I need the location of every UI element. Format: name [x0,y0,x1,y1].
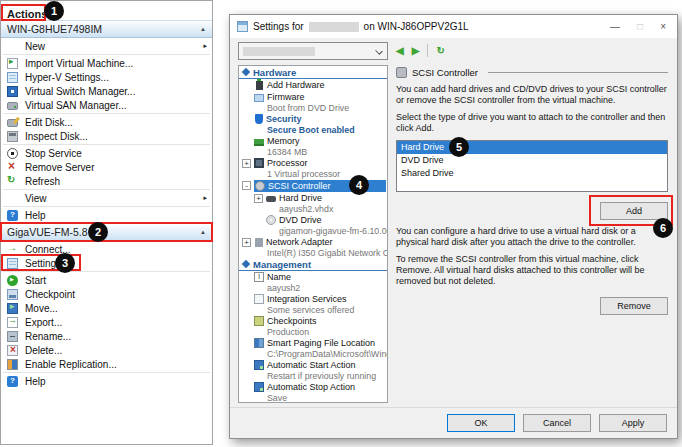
list-item-hard-drive[interactable]: Hard Drive [397,141,667,154]
expander-icon[interactable]: + [242,159,251,168]
menu-item-refresh[interactable]: Refresh [1,174,212,188]
vm-selector-dropdown[interactable] [238,42,388,60]
blank-icon [7,41,18,52]
menu-item-start[interactable]: Start [1,273,212,287]
management-section-header[interactable]: Management [239,258,387,271]
tree-item-firmware[interactable]: Firmware [239,91,387,103]
toolbar-divider [427,44,428,57]
menu-item-view[interactable]: View ▸ [1,191,212,205]
dialog-body: Hardware Add Hardware Firmware Boot from… [230,63,677,407]
virtual-san-icon [7,102,18,110]
add-button-row: Add 6 [396,202,668,220]
menu-item-help[interactable]: Help [1,208,212,222]
remove-server-icon [7,162,18,173]
cancel-button[interactable]: Cancel [523,414,591,432]
menu-item-connect[interactable]: Connect... [1,242,212,256]
list-item-dvd-drive[interactable]: DVD Drive [397,154,667,167]
menu-item-delete[interactable]: Delete... [1,343,212,357]
tree-item-checkpoints[interactable]: Checkpoints [239,315,387,327]
menu-item-new[interactable]: New ▸ [1,39,212,53]
refresh-button[interactable]: ↻ [436,45,444,56]
window-controls: — □ × [610,21,670,32]
tree-item-integration-services[interactable]: Integration Services [239,293,387,305]
help-icon [7,210,18,221]
menu-item-stop-service[interactable]: Stop Service [1,146,212,160]
host-section-header[interactable]: WIN-G8HUE7498IM ▲ [1,20,212,38]
navigate-forward-button[interactable]: ▶ [412,45,420,56]
redacted-dropdown-value [243,47,315,56]
ok-button[interactable]: OK [447,414,515,432]
menu-item-checkpoint[interactable]: Checkpoint [1,287,212,301]
expander-icon[interactable]: + [254,194,263,203]
tree-item-network-adapter[interactable]: + Network Adapter [239,236,387,248]
tree-item-name[interactable]: Name [239,271,387,283]
screen: Actions 1 WIN-G8HUE7498IM ▲ New ▸ Import… [0,0,682,447]
tree-item-automatic-stop[interactable]: Automatic Stop Action [239,381,387,393]
tree-item-hard-drive[interactable]: + Hard Drive [251,192,387,204]
groupbox-line [488,72,668,73]
maximize-button[interactable]: □ [637,21,643,32]
expander-icon[interactable]: + [242,238,251,247]
minimize-button[interactable]: — [610,21,620,32]
tree-item-dvd-drive[interactable]: DVD Drive [251,214,387,226]
security-shield-icon [255,114,263,124]
scsi-controller-panel: SCSI Controller You can add hard drives … [396,67,668,315]
tree-item-processor[interactable]: + Processor [239,157,387,169]
settings-tree: Hardware Add Hardware Firmware Boot from… [238,65,388,403]
menu-item-help-vm[interactable]: Help [1,374,212,388]
navigate-back-button[interactable]: ◀ [396,45,404,56]
menu-item-virtual-san-manager[interactable]: Virtual SAN Manager... [1,98,212,112]
apply-button[interactable]: Apply [599,414,667,432]
expander-icon[interactable]: - [242,181,251,190]
collapse-arrow-icon[interactable]: ▲ [200,26,206,32]
menu-item-export[interactable]: Export... [1,315,212,329]
tree-item-add-hardware[interactable]: Add Hardware [239,79,387,91]
menu-separator [3,189,210,190]
list-item-shared-drive[interactable]: Shared Drive [397,167,667,180]
vm-section-header[interactable]: GigaVUE-FM-5.8 ▲ 2 [1,223,212,241]
help-icon [7,376,18,387]
menu-item-import-virtual-machine[interactable]: Import Virtual Machine... [1,56,212,70]
tree-item-sub: Boot from DVD Drive [239,103,387,113]
edit-disk-icon [7,119,18,127]
configure-note-text: You can configure a hard drive to use a … [396,226,668,248]
collapse-section-icon [242,260,250,268]
tree-item-sub: 16384 MB [239,147,387,157]
collapse-arrow-icon[interactable]: ▲ [200,229,206,235]
menu-item-hyperv-settings[interactable]: Hyper-V Settings... [1,70,212,84]
close-button[interactable]: × [660,21,666,32]
menu-item-virtual-switch-manager[interactable]: Virtual Switch Manager... [1,84,212,98]
tree-item-security[interactable]: Security [239,113,387,125]
automatic-stop-icon [254,382,264,392]
drive-type-listbox[interactable]: Hard Drive DVD Drive Shared Drive 5 [396,140,668,192]
menu-item-move[interactable]: Move... [1,301,212,315]
menu-item-settings[interactable]: Settings... 3 [1,256,212,270]
tree-item-scsi-controller[interactable]: - SCSI Controller 4 [239,179,387,192]
host-actions-menu: New ▸ Import Virtual Machine... Hyper-V … [1,38,212,223]
submenu-arrow-icon: ▸ [203,42,207,50]
tree-item-sub: aayush2.vhdx [239,204,387,214]
selected-tree-row[interactable]: SCSI Controller 4 [254,180,386,192]
integration-services-icon [254,294,264,304]
menu-item-rename[interactable]: Rename... [1,329,212,343]
dialog-titlebar[interactable]: Settings for on WIN-J86OPPV2G1L — □ × [230,15,677,38]
menu-item-remove-server[interactable]: Remove Server [1,160,212,174]
tree-item-memory[interactable]: Memory [239,135,387,147]
menu-item-enable-replication[interactable]: Enable Replication... [1,357,212,371]
hardware-section-header[interactable]: Hardware [239,66,387,79]
tree-item-smart-paging[interactable]: Smart Paging File Location [239,337,387,349]
tree-item-sub: Production [239,327,387,337]
remove-button[interactable]: Remove [600,297,668,315]
checkpoints-icon [254,316,264,326]
hard-drive-icon [266,196,276,202]
replication-icon [7,359,18,370]
menu-item-inspect-disk[interactable]: Inspect Disk... [1,129,212,143]
tree-item-automatic-start[interactable]: Automatic Start Action [239,359,387,371]
menu-item-edit-disk[interactable]: Edit Disk... [1,115,212,129]
add-button[interactable]: Add [600,202,668,220]
remove-note-text: To remove the SCSI controller from this … [396,254,668,287]
callout-5: 5 [449,137,469,157]
dialog-title-suffix: on WIN-J86OPPV2G1L [364,21,469,32]
callout-3: 3 [55,253,75,273]
dialog-title-prefix: Settings for [253,21,304,32]
